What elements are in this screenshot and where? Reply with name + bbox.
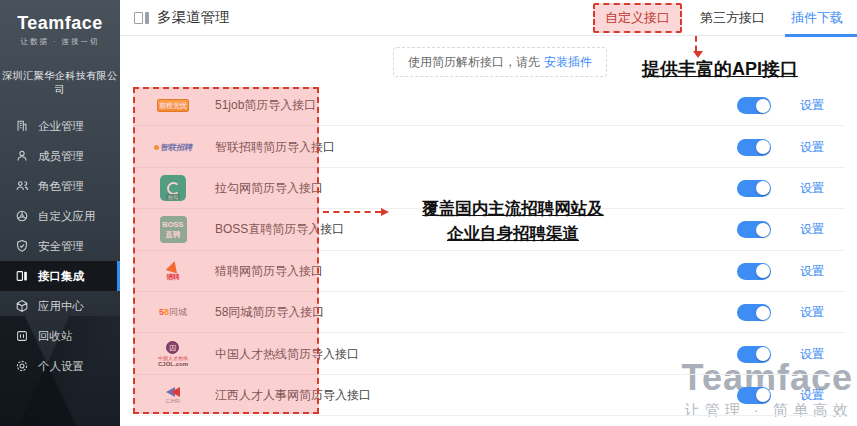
channel-row-liepin: 猎聘 猎聘网简历导入接口 设置 (120, 251, 857, 292)
channel-toggle[interactable] (737, 304, 771, 321)
settings-link[interactable]: 设置 (800, 221, 824, 238)
channel-label: 拉勾网简历导入接口 (215, 180, 323, 197)
sidebar-menu: 企业管理 成员管理 角色管理 自定义应用 (0, 111, 120, 381)
channel-row-58: 58同城 58同城简历导入接口 设置 (120, 292, 857, 333)
tab-custom-api[interactable]: 自定义接口 (593, 3, 682, 33)
sidebar-item-enterprise[interactable]: 企业管理 (0, 111, 120, 141)
channel-row-jiangxi-hr: CJHRI 江西人才人事网简历导入接口 设置 (120, 375, 857, 416)
main-content: Teamface 让管理 · 简单高效 多渠道管理 自定义接口 第三方接口 插件… (120, 0, 857, 426)
sidebar-item-label: 回收站 (38, 329, 73, 344)
zhilian-logo-icon: 智联招聘 (150, 142, 196, 153)
liepin-logo-icon: 猎聘 (150, 261, 196, 282)
58-tongcheng-logo-icon: 58同城 (150, 306, 196, 319)
channel-toggle[interactable] (737, 346, 771, 363)
channel-toggle[interactable] (737, 221, 771, 238)
annotation-coverage-text: 覆盖国内主流招聘网站及 企业自身招聘渠道 (388, 196, 638, 246)
sidebar-item-integration[interactable]: 接口集成 (0, 261, 120, 291)
boss-zhipin-logo-icon: BOSS 直聘 (150, 216, 196, 243)
lagou-logo-icon: 拉勾 (150, 175, 196, 201)
sidebar-item-personal-settings[interactable]: 个人设置 (0, 351, 120, 381)
notice-text: 使用简历解析接口，请先 (408, 54, 540, 71)
security-shield-icon (15, 239, 29, 253)
channel-list: 前程无忧 51job简历导入接口 设置 智联招聘 智联招聘简历导入接口 设置 拉… (120, 85, 857, 416)
app-window: Teamface 让数据 · 连接一切 深圳汇聚华企科技有限公司 企业管理 成员… (0, 0, 857, 426)
channel-label: BOSS直聘简历导入接口 (215, 221, 344, 238)
brand-block: Teamface 让数据 · 连接一切 (0, 0, 120, 47)
member-icon (15, 149, 29, 163)
integration-icon (15, 269, 29, 283)
sidebar-item-label: 成员管理 (38, 149, 84, 164)
cjol-logo-icon: 囚 中国人才热线 CJOL.com (150, 341, 196, 367)
channel-toggle[interactable] (737, 180, 771, 197)
settings-link[interactable]: 设置 (800, 139, 824, 156)
multichannel-panel-icon (134, 12, 149, 24)
sidebar-item-recycle-bin[interactable]: 回收站 (0, 321, 120, 351)
channel-label: 猎聘网简历导入接口 (215, 263, 323, 280)
sidebar: Teamface 让数据 · 连接一切 深圳汇聚华企科技有限公司 企业管理 成员… (0, 0, 120, 426)
settings-link[interactable]: 设置 (800, 180, 824, 197)
roles-icon (15, 179, 29, 193)
channel-toggle[interactable] (737, 263, 771, 280)
recycle-bin-icon (15, 329, 29, 343)
sidebar-item-label: 角色管理 (38, 179, 84, 194)
channel-label: 智联招聘简历导入接口 (215, 139, 335, 156)
custom-app-icon (15, 209, 29, 223)
sidebar-item-app-center[interactable]: 应用中心 (0, 291, 120, 321)
settings-link[interactable]: 设置 (800, 263, 824, 280)
sidebar-item-security[interactable]: 安全管理 (0, 231, 120, 261)
sidebar-item-label: 应用中心 (38, 299, 84, 314)
channel-label: 58同城简历导入接口 (215, 304, 324, 321)
tab-third-party-api[interactable]: 第三方接口 (700, 9, 765, 27)
annotation-arrow-down (695, 36, 697, 51)
building-icon (15, 119, 29, 133)
tab-plugin-download[interactable]: 插件下载 (791, 9, 843, 27)
page-title: 多渠道管理 (157, 8, 230, 27)
sidebar-item-members[interactable]: 成员管理 (0, 141, 120, 171)
resume-parse-notice[interactable]: 使用简历解析接口，请先 安装插件 (393, 47, 607, 77)
sidebar-item-label: 安全管理 (38, 239, 84, 254)
personal-settings-gear-icon (15, 359, 29, 373)
channel-toggle[interactable] (737, 97, 771, 114)
app-center-cube-icon (15, 299, 29, 313)
channel-toggle[interactable] (737, 387, 771, 404)
settings-link[interactable]: 设置 (800, 97, 824, 114)
channel-label: 江西人才人事网简历导入接口 (215, 387, 371, 404)
header-tabs: 自定义接口 第三方接口 插件下载 (593, 0, 857, 36)
sidebar-item-label: 自定义应用 (38, 209, 96, 224)
settings-link[interactable]: 设置 (800, 387, 824, 404)
page-header: 多渠道管理 自定义接口 第三方接口 插件下载 (120, 0, 857, 36)
annotation-api-text: 提供丰富的API接口 (590, 57, 850, 81)
51job-logo-icon: 前程无忧 (150, 99, 196, 112)
channel-label: 中国人才热线简历导入接口 (215, 346, 359, 363)
brand-logo: Teamface (0, 13, 120, 34)
sidebar-item-label: 企业管理 (38, 119, 84, 134)
settings-link[interactable]: 设置 (800, 304, 824, 321)
channel-row-zhilian: 智联招聘 智联招聘简历导入接口 设置 (120, 126, 857, 167)
channel-row-cjol: 囚 中国人才热线 CJOL.com 中国人才热线简历导入接口 设置 (120, 333, 857, 374)
jiangxi-hr-logo-icon: CJHRI (150, 387, 196, 404)
channel-row-51job: 前程无忧 51job简历导入接口 设置 (120, 85, 857, 126)
channel-label: 51job简历导入接口 (215, 97, 316, 114)
brand-slogan: 让数据 · 连接一切 (0, 37, 120, 47)
sidebar-item-custom-app[interactable]: 自定义应用 (0, 201, 120, 231)
sidebar-item-roles[interactable]: 角色管理 (0, 171, 120, 201)
channel-toggle[interactable] (737, 139, 771, 156)
sidebar-item-label: 个人设置 (38, 359, 84, 374)
sidebar-item-label: 接口集成 (38, 269, 84, 284)
company-name: 深圳汇聚华企科技有限公司 (0, 69, 120, 97)
settings-link[interactable]: 设置 (800, 346, 824, 363)
install-plugin-link[interactable]: 安装插件 (544, 54, 592, 71)
